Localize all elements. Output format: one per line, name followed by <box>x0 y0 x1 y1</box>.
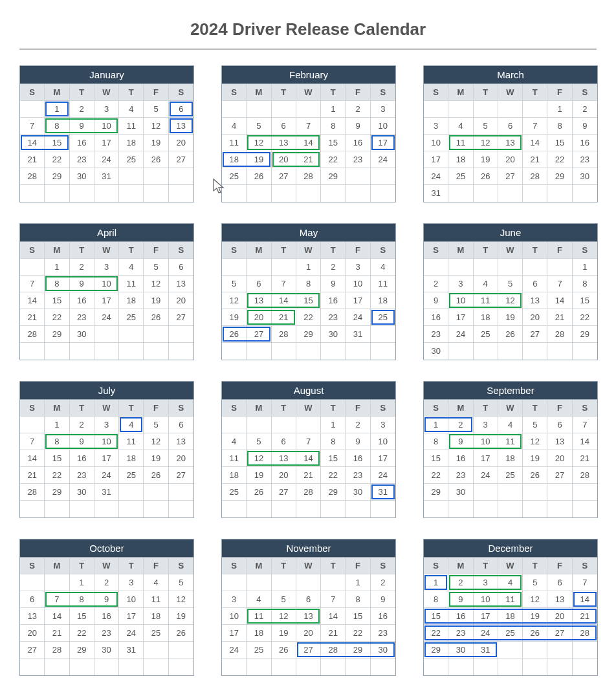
lcu-highlight <box>45 118 69 133</box>
day-cell <box>169 484 193 501</box>
day-cell: 16 <box>94 608 119 625</box>
day-cell: 31 <box>94 484 119 501</box>
day-cell: 20 <box>247 309 271 326</box>
day-cell: 3 <box>94 417 119 433</box>
day-cell: 2 <box>424 276 448 292</box>
month-name: April <box>20 224 193 242</box>
holiday-highlight <box>371 310 395 325</box>
day-cell <box>272 658 296 675</box>
day-cell: 24 <box>371 151 395 168</box>
lcu-highlight <box>69 118 94 133</box>
weekday-header: S <box>371 84 395 101</box>
day-cell <box>296 343 321 360</box>
month-name: November <box>222 539 395 558</box>
weekday-header: F <box>346 400 370 417</box>
day-cell: 4 <box>144 574 168 591</box>
day-cell <box>371 185 395 202</box>
day-cell: 13 <box>169 433 193 450</box>
day-cell: 15 <box>573 292 597 309</box>
lcu-highlight <box>449 592 473 607</box>
day-cell: 10 <box>94 276 119 292</box>
lcu-highlight <box>94 592 118 607</box>
month-name: August <box>222 382 395 400</box>
day-cell <box>119 343 144 360</box>
day-cell: 10 <box>222 608 247 625</box>
day-cell: 31 <box>119 642 144 658</box>
day-cell: 9 <box>346 433 370 450</box>
weekday-header: T <box>321 84 346 101</box>
holiday-highlight <box>448 642 473 657</box>
day-cell: 23 <box>424 326 448 343</box>
holiday-highlight <box>572 625 597 640</box>
day-cell: 20 <box>20 625 45 642</box>
day-cell: 5 <box>144 417 168 433</box>
day-cell: 18 <box>247 625 271 642</box>
day-cell: 25 <box>498 467 523 484</box>
lcu-highlight <box>473 434 498 449</box>
day-cell <box>296 501 321 517</box>
day-cell: 27 <box>247 326 271 343</box>
day-cell <box>448 185 473 202</box>
month-october: OctoberSMTWTFS12345678910111213141516171… <box>19 539 194 676</box>
day-cell: 28 <box>547 326 572 343</box>
day-cell: 4 <box>371 259 395 276</box>
day-cell: 6 <box>169 417 193 433</box>
lcu-highlight <box>498 575 522 590</box>
day-cell <box>272 417 296 433</box>
day-cell: 11 <box>144 591 168 608</box>
day-cell: 27 <box>523 326 547 343</box>
day-cell: 3 <box>474 574 498 591</box>
holiday-highlight <box>573 592 597 607</box>
day-cell: 23 <box>448 467 473 484</box>
day-cell: 5 <box>247 118 271 135</box>
day-cell: 8 <box>424 591 448 608</box>
day-cell: 25 <box>247 642 271 658</box>
day-cell <box>346 658 370 675</box>
lcu-highlight <box>271 451 296 466</box>
day-cell <box>371 343 395 360</box>
holiday-highlight <box>320 642 346 657</box>
day-cell <box>523 101 547 118</box>
day-cell <box>70 343 94 360</box>
day-cell: 27 <box>169 309 193 326</box>
day-cell: 22 <box>424 467 448 484</box>
day-cell <box>119 658 144 675</box>
lcu-highlight <box>498 434 522 449</box>
day-cell <box>272 501 296 517</box>
month-december: DecemberSMTWTFS1234567891011121314151617… <box>423 539 598 676</box>
day-cell: 1 <box>296 259 321 276</box>
lcu-highlight <box>247 293 271 308</box>
day-cell: 28 <box>272 326 296 343</box>
day-cell: 25 <box>119 467 144 484</box>
day-cell: 12 <box>247 450 271 467</box>
day-cell <box>169 168 193 185</box>
day-cell <box>94 658 119 675</box>
holiday-highlight <box>170 102 193 116</box>
day-cell: 16 <box>371 608 395 625</box>
day-cell: 4 <box>119 101 144 118</box>
month-name: March <box>424 66 597 84</box>
day-cell: 23 <box>346 151 370 168</box>
holiday-highlight <box>572 609 597 624</box>
day-cell <box>474 101 498 118</box>
day-cell: 8 <box>296 276 321 292</box>
day-cell <box>498 185 523 202</box>
day-cell: 2 <box>346 101 370 118</box>
weekday-header: S <box>20 242 45 259</box>
day-cell: 30 <box>70 484 94 501</box>
day-cell <box>371 658 395 675</box>
month-august: AugustSMTWTFS123456789101112131415161718… <box>221 381 396 518</box>
day-cell <box>119 168 144 185</box>
day-cell: 31 <box>424 185 448 202</box>
day-cell: 14 <box>296 450 321 467</box>
day-cell <box>247 259 271 276</box>
day-cell <box>321 343 346 360</box>
holiday-highlight <box>246 152 270 167</box>
day-cell: 17 <box>474 608 498 625</box>
day-cell: 29 <box>424 642 448 658</box>
day-cell: 12 <box>498 292 523 309</box>
day-cell <box>296 185 321 202</box>
day-cell: 27 <box>547 625 572 642</box>
day-cell: 30 <box>573 168 597 185</box>
day-cell <box>20 574 45 591</box>
